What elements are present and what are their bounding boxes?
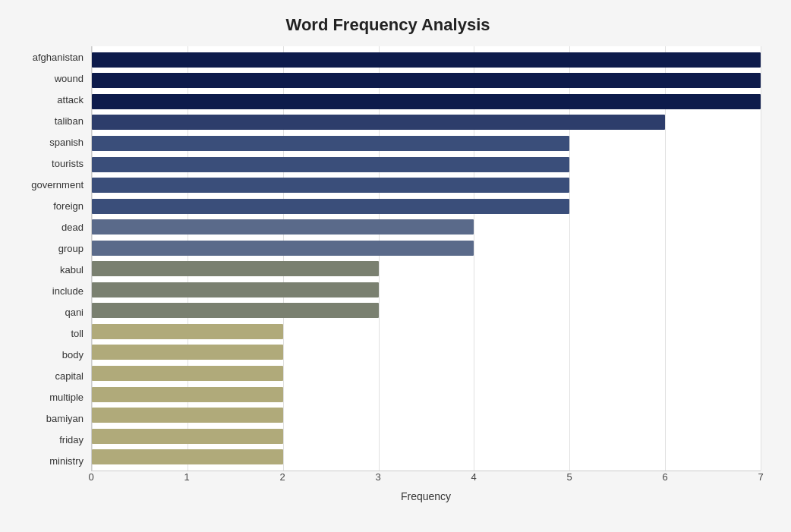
- y-label: include: [15, 280, 84, 301]
- bar-attack: [92, 94, 761, 109]
- y-label: group: [15, 238, 84, 259]
- bar-row: [92, 406, 761, 424]
- bars-section: afghanistanwoundattacktalibanspanishtour…: [15, 46, 761, 471]
- bar-row: [92, 218, 761, 236]
- bar-afghanistan: [92, 52, 761, 68]
- y-label: wound: [15, 68, 84, 89]
- bar-row: [92, 71, 761, 90]
- bar-row: [92, 448, 761, 466]
- bar-body: [92, 345, 283, 360]
- bar-row: [92, 343, 761, 361]
- bar-ministry: [92, 449, 283, 464]
- y-label: kabul: [15, 259, 84, 280]
- bar-row: [92, 93, 761, 111]
- bar-row: [92, 323, 761, 341]
- y-label: afghanistan: [15, 46, 84, 68]
- chart-title: Word Frequency Analysis: [15, 15, 761, 35]
- y-label: capital: [15, 365, 84, 386]
- bar-qani: [92, 303, 379, 318]
- bar-wound: [92, 73, 761, 88]
- y-label: taliban: [15, 110, 84, 131]
- y-label: qani: [15, 301, 84, 323]
- bar-row: [92, 260, 761, 278]
- y-labels: afghanistanwoundattacktalibanspanishtour…: [15, 46, 91, 471]
- bar-row: [92, 197, 761, 216]
- bar-row: [92, 301, 761, 320]
- bar-government: [92, 178, 569, 193]
- x-tick-2: 2: [279, 471, 285, 483]
- y-label: tourists: [15, 153, 84, 174]
- y-label: ministry: [15, 450, 84, 471]
- x-tick-4: 4: [471, 471, 476, 483]
- x-tick-0: 0: [88, 471, 93, 483]
- x-tick-6: 6: [662, 471, 667, 483]
- x-tick-5: 5: [566, 471, 572, 483]
- bar-dead: [92, 219, 474, 235]
- bar-tourists: [92, 157, 569, 172]
- bar-group: [92, 241, 474, 256]
- bar-row: [92, 113, 761, 131]
- x-tick-7: 7: [758, 471, 763, 483]
- bar-spanish: [92, 136, 569, 151]
- bar-row: [92, 364, 761, 382]
- bar-row: [92, 156, 761, 174]
- bar-toll: [92, 324, 283, 339]
- bar-row: [92, 176, 761, 194]
- bar-row: [92, 427, 761, 445]
- bar-include: [92, 282, 379, 297]
- bar-row: [92, 239, 761, 257]
- y-label: toll: [15, 323, 84, 344]
- x-tick-3: 3: [375, 471, 380, 483]
- bar-multiple: [92, 387, 283, 402]
- y-label: body: [15, 344, 84, 365]
- y-label: multiple: [15, 386, 84, 408]
- chart-area: afghanistanwoundattacktalibanspanishtour…: [15, 46, 761, 457]
- y-label: friday: [15, 429, 84, 450]
- y-label: bamiyan: [15, 408, 84, 429]
- bar-bamiyan: [92, 408, 283, 423]
- bar-capital: [92, 366, 283, 381]
- y-label: government: [15, 174, 84, 195]
- bar-row: [92, 134, 761, 153]
- y-label: attack: [15, 89, 84, 110]
- bar-kabul: [92, 261, 379, 276]
- grid-line: [761, 46, 761, 471]
- y-label: foreign: [15, 195, 84, 216]
- bar-row: [92, 281, 761, 299]
- y-label: dead: [15, 216, 84, 238]
- y-label: spanish: [15, 131, 84, 153]
- bars-area: [91, 46, 761, 471]
- x-axis-title: Frequency: [91, 490, 761, 502]
- bar-foreign: [92, 199, 569, 214]
- x-tick-1: 1: [184, 471, 189, 483]
- chart-container: Word Frequency Analysis afghanistanwound…: [0, 0, 791, 532]
- bar-friday: [92, 429, 283, 444]
- bar-row: [92, 51, 761, 69]
- bar-taliban: [92, 115, 665, 130]
- bar-row: [92, 386, 761, 404]
